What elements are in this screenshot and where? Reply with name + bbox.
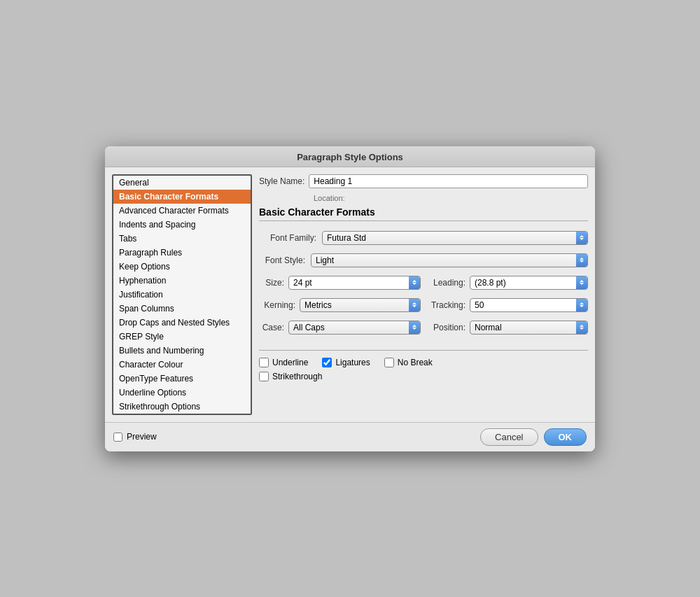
tracking-label: Tracking:: [426, 300, 465, 310]
no-break-checkbox-item[interactable]: No Break: [384, 358, 433, 367]
font-style-select-wrapper[interactable]: Light: [311, 253, 588, 267]
button-group: Cancel OK: [480, 428, 587, 446]
kerning-tracking-row: Kerning: Metrics Tracking:: [259, 298, 588, 312]
position-col: Position: Normal: [426, 321, 588, 335]
kerning-select-wrapper[interactable]: Metrics: [300, 298, 421, 312]
font-style-row: Font Style: Light: [259, 253, 588, 267]
leading-label: Leading:: [426, 278, 465, 288]
tracking-col: Tracking:: [426, 298, 588, 312]
preview-row: Preview: [113, 432, 157, 442]
preview-label: Preview: [127, 432, 157, 442]
sidebar-item-underline-options[interactable]: Underline Options: [113, 386, 251, 400]
sidebar-item-general[interactable]: General: [113, 176, 251, 190]
style-name-label: Style Name:: [259, 176, 304, 186]
sidebar-item-drop-caps[interactable]: Drop Caps and Nested Styles: [113, 316, 251, 330]
sidebar-item-grep-style[interactable]: GREP Style: [113, 330, 251, 344]
sidebar-item-justification[interactable]: Justification: [113, 288, 251, 302]
leading-col: Leading:: [426, 276, 588, 290]
size-leading-row: Size: Leading:: [259, 276, 588, 290]
sidebar-item-advanced-character-formats[interactable]: Advanced Character Formats: [113, 204, 251, 218]
case-position-row: Case: All Caps Position:: [259, 321, 588, 335]
leading-input[interactable]: [470, 276, 588, 290]
leading-spinner[interactable]: [470, 276, 588, 290]
font-family-select-wrapper[interactable]: Futura Std: [322, 231, 588, 245]
underline-label: Underline: [272, 358, 308, 367]
dialog-title: Paragraph Style Options: [297, 152, 403, 162]
strikethrough-checkbox-item[interactable]: Strikethrough: [259, 372, 322, 381]
location-row: Location:: [314, 194, 588, 202]
tracking-input[interactable]: [470, 298, 588, 312]
sidebar-item-strikethrough-options[interactable]: Strikethrough Options: [113, 400, 251, 414]
sidebar-item-bullets-numbering[interactable]: Bullets and Numbering: [113, 344, 251, 358]
title-bar: Paragraph Style Options: [105, 146, 595, 167]
size-spinner[interactable]: [288, 276, 421, 290]
font-family-label: Font Family:: [259, 233, 316, 243]
bottom-bar: Preview Cancel OK: [105, 422, 595, 451]
sidebar: General Basic Character Formats Advanced…: [112, 174, 252, 415]
sidebar-item-character-colour[interactable]: Character Colour: [113, 358, 251, 372]
cancel-button[interactable]: Cancel: [480, 428, 538, 446]
size-input[interactable]: [288, 276, 421, 290]
case-select-wrapper[interactable]: All Caps: [288, 321, 421, 335]
paragraph-style-options-dialog: Paragraph Style Options General Basic Ch…: [105, 146, 595, 451]
ok-button[interactable]: OK: [544, 428, 587, 446]
section-title: Basic Character Formats: [259, 206, 588, 221]
dialog-body: General Basic Character Formats Advanced…: [105, 167, 595, 422]
position-label: Position:: [426, 323, 465, 332]
case-label: Case:: [259, 323, 284, 332]
tracking-spinner[interactable]: [470, 298, 588, 312]
underline-checkbox[interactable]: [259, 358, 269, 367]
ligatures-checkbox-item[interactable]: Ligatures: [322, 358, 370, 367]
strikethrough-label: Strikethrough: [272, 372, 322, 381]
size-label: Size:: [259, 278, 284, 288]
ligatures-checkbox[interactable]: [322, 358, 332, 367]
no-break-checkbox[interactable]: [384, 358, 394, 367]
no-break-label: No Break: [398, 358, 433, 367]
checkbox-row-1: Underline Ligatures No Break: [259, 358, 588, 367]
kerning-label: Kerning:: [259, 300, 295, 310]
case-col: Case: All Caps: [259, 321, 421, 335]
font-family-row: Font Family: Futura Std: [259, 231, 588, 245]
ligatures-label: Ligatures: [335, 358, 370, 367]
underline-checkbox-item[interactable]: Underline: [259, 358, 308, 367]
sidebar-item-opentype-features[interactable]: OpenType Features: [113, 372, 251, 386]
sidebar-item-basic-character-formats[interactable]: Basic Character Formats: [113, 190, 251, 204]
font-style-label: Font Style:: [259, 255, 305, 265]
sidebar-item-tabs[interactable]: Tabs: [113, 232, 251, 246]
font-family-select[interactable]: Futura Std: [322, 231, 588, 245]
style-name-input[interactable]: [309, 174, 588, 188]
sidebar-item-indents-and-spacing[interactable]: Indents and Spacing: [113, 218, 251, 232]
checkbox-row-2: Strikethrough: [259, 372, 588, 381]
kerning-select[interactable]: Metrics: [300, 298, 421, 312]
kerning-col: Kerning: Metrics: [259, 298, 421, 312]
style-name-row: Style Name:: [259, 174, 588, 188]
preview-checkbox[interactable]: [113, 433, 122, 442]
sidebar-item-paragraph-rules[interactable]: Paragraph Rules: [113, 246, 251, 260]
size-col: Size:: [259, 276, 421, 290]
position-select[interactable]: Normal: [470, 321, 588, 335]
sidebar-item-hyphenation[interactable]: Hyphenation: [113, 274, 251, 288]
location-label: Location:: [314, 194, 345, 202]
main-content: Style Name: Location: Basic Character Fo…: [259, 174, 588, 415]
strikethrough-checkbox[interactable]: [259, 372, 269, 381]
sidebar-item-keep-options[interactable]: Keep Options: [113, 260, 251, 274]
position-select-wrapper[interactable]: Normal: [470, 321, 588, 335]
sidebar-item-span-columns[interactable]: Span Columns: [113, 302, 251, 316]
case-select[interactable]: All Caps: [288, 321, 421, 335]
font-style-select[interactable]: Light: [311, 253, 588, 267]
checkboxes-section: Underline Ligatures No Break Strikethrou…: [259, 350, 588, 381]
